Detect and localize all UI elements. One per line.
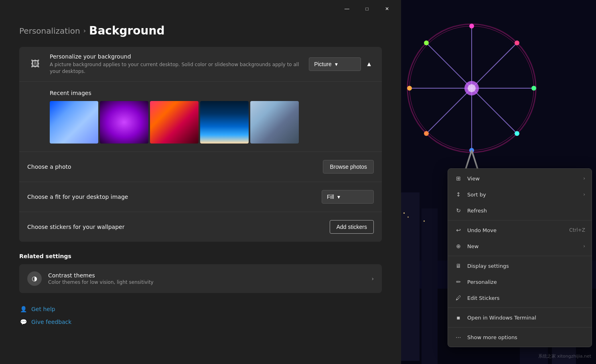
- recent-images-section: Recent images: [19, 82, 382, 152]
- display-settings-label: Display settings: [467, 263, 585, 269]
- image-grid: [50, 101, 374, 144]
- background-type-dropdown[interactable]: Picture ▾: [309, 57, 361, 71]
- give-feedback-link[interactable]: 💬 Give feedback: [19, 315, 382, 328]
- menu-item-personalize[interactable]: ✏ Personalize: [448, 274, 592, 290]
- view-label: View: [467, 176, 578, 182]
- open-terminal-label: Open in Windows Terminal: [467, 315, 585, 321]
- give-feedback-icon: 💬: [19, 318, 27, 326]
- watermark: 系统之家 xitongzhijia.net: [538, 353, 591, 359]
- menu-item-new[interactable]: ⊕ New ›: [448, 238, 592, 254]
- svg-rect-22: [422, 208, 438, 364]
- get-help-link[interactable]: 👤 Get help: [19, 303, 382, 315]
- choose-stickers-row: Choose stickers for your wallpaper Add s…: [19, 212, 382, 242]
- svg-point-13: [515, 40, 519, 45]
- settings-window: — □ ✕ Personalization › Background 🖼 Per…: [0, 0, 401, 364]
- title-bar: — □ ✕: [0, 0, 401, 18]
- background-card-header: 🖼 Personalize your background A picture …: [19, 47, 382, 82]
- content-area: 🖼 Personalize your background A picture …: [0, 47, 401, 364]
- edit-stickers-icon: 🖊: [454, 294, 462, 302]
- svg-point-12: [407, 86, 412, 91]
- breadcrumb-separator: ›: [83, 27, 86, 34]
- recent-images-label: Recent images: [50, 90, 374, 96]
- menu-divider-3: [448, 307, 592, 308]
- contrast-themes-row[interactable]: ◑ Contrast themes Color themes for low v…: [19, 264, 382, 293]
- display-icon: 🖥: [454, 262, 462, 270]
- personalize-label: Personalize: [467, 279, 585, 285]
- menu-item-open-terminal[interactable]: ▪ Open in Windows Terminal: [448, 309, 592, 326]
- undo-shortcut: Ctrl+Z: [569, 227, 585, 233]
- browse-photos-button[interactable]: Browse photos: [323, 160, 374, 174]
- breadcrumb-parent[interactable]: Personalization: [19, 26, 80, 36]
- image-thumb-1[interactable]: [50, 101, 98, 144]
- menu-item-sort-by[interactable]: ↕ Sort by ›: [448, 186, 592, 202]
- terminal-icon: ▪: [454, 313, 462, 322]
- dropdown-arrow-icon: ▾: [335, 61, 338, 67]
- undo-move-label: Undo Move: [467, 227, 564, 233]
- sort-icon: ↕: [454, 190, 462, 198]
- choose-stickers-label: Choose stickers for your wallpaper: [27, 224, 323, 230]
- give-feedback-label: Give feedback: [31, 319, 71, 325]
- background-card-description: A picture background applies to your cur…: [50, 61, 302, 75]
- new-icon: ⊕: [454, 242, 462, 250]
- svg-rect-27: [424, 220, 425, 222]
- image-thumb-3[interactable]: [150, 101, 199, 144]
- contrast-themes-chevron-icon: ›: [371, 275, 374, 282]
- personalize-icon: ✏: [454, 278, 462, 286]
- contrast-themes-description: Color themes for low vision, light sensi…: [48, 279, 365, 285]
- menu-divider-2: [448, 256, 592, 256]
- refresh-label: Refresh: [467, 208, 585, 214]
- choose-photo-row: Choose a photo Browse photos: [19, 152, 382, 182]
- svg-rect-26: [407, 216, 409, 218]
- fit-dropdown-arrow-icon: ▾: [337, 194, 340, 200]
- image-thumb-4[interactable]: [200, 101, 249, 144]
- choose-fit-row: Choose a fit for your desktop image Fill…: [19, 182, 382, 212]
- menu-item-view[interactable]: ⊞ View ›: [448, 170, 592, 186]
- view-icon: ⊞: [454, 174, 462, 182]
- choose-fit-label: Choose a fit for your desktop image: [27, 194, 315, 200]
- svg-point-15: [424, 131, 429, 136]
- choose-photo-label: Choose a photo: [27, 164, 316, 170]
- background-card-icon: 🖼: [27, 56, 43, 72]
- minimize-button[interactable]: —: [338, 2, 356, 15]
- menu-divider-1: [448, 220, 592, 220]
- menu-item-show-more[interactable]: ⋯ Show more options: [448, 329, 592, 345]
- svg-point-14: [515, 131, 519, 136]
- background-card: 🖼 Personalize your background A picture …: [19, 47, 382, 242]
- get-help-icon: 👤: [19, 305, 27, 313]
- footer-links: 👤 Get help 💬 Give feedback: [19, 293, 382, 328]
- svg-point-18: [468, 84, 476, 92]
- svg-point-16: [424, 40, 429, 45]
- undo-icon: ↩: [454, 226, 462, 234]
- background-card-text: Personalize your background A picture ba…: [50, 53, 302, 75]
- breadcrumb-current: Background: [89, 24, 164, 37]
- background-type-dropdown-area: Picture ▾ ▲: [309, 57, 374, 71]
- svg-point-9: [469, 24, 474, 28]
- image-thumb-2[interactable]: [100, 101, 148, 144]
- new-arrow-icon: ›: [583, 243, 585, 249]
- view-arrow-icon: ›: [583, 176, 585, 181]
- get-help-label: Get help: [31, 306, 55, 312]
- menu-divider-4: [448, 327, 592, 328]
- maximize-button[interactable]: □: [358, 2, 376, 15]
- close-button[interactable]: ✕: [378, 2, 396, 15]
- svg-point-10: [531, 86, 536, 91]
- menu-item-display-settings[interactable]: 🖥 Display settings: [448, 258, 592, 274]
- show-more-label: Show more options: [467, 334, 585, 340]
- image-thumb-5[interactable]: [250, 101, 299, 144]
- fit-dropdown-label: Fill: [327, 194, 334, 200]
- contrast-themes-text: Contrast themes Color themes for low vis…: [48, 272, 365, 285]
- menu-item-undo-move[interactable]: ↩ Undo Move Ctrl+Z: [448, 222, 592, 238]
- collapse-button[interactable]: ▲: [364, 59, 374, 69]
- contrast-themes-title: Contrast themes: [48, 272, 365, 279]
- sort-by-label: Sort by: [467, 192, 578, 198]
- related-settings-title: Related settings: [19, 253, 382, 259]
- menu-item-refresh[interactable]: ↻ Refresh: [448, 202, 592, 218]
- add-stickers-button[interactable]: Add stickers: [330, 220, 374, 234]
- svg-rect-25: [403, 212, 405, 214]
- new-label: New: [467, 243, 578, 249]
- fit-dropdown[interactable]: Fill ▾: [322, 190, 374, 204]
- background-card-title: Personalize your background: [50, 53, 302, 60]
- refresh-icon: ↻: [454, 206, 462, 214]
- menu-item-edit-stickers[interactable]: 🖊 Edit Stickers: [448, 290, 592, 306]
- related-settings-card: ◑ Contrast themes Color themes for low v…: [19, 264, 382, 293]
